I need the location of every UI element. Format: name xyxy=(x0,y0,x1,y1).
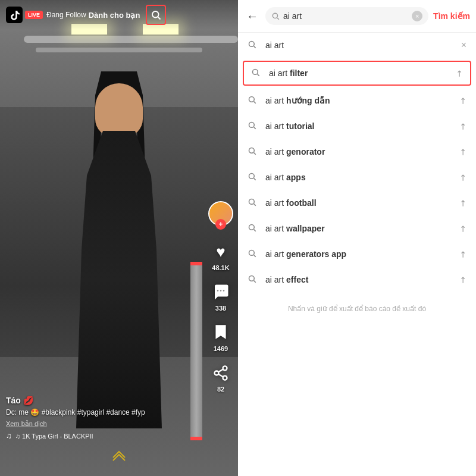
svg-line-13 xyxy=(254,102,256,104)
svg-line-23 xyxy=(254,230,256,231)
share-button[interactable]: 82 xyxy=(209,362,232,393)
svg-line-21 xyxy=(254,204,256,206)
search-submit-button[interactable]: Tìm kiếm xyxy=(433,11,470,21)
video-description: Dc: me 🤩 #blackpink #typagirl #dance #fy… xyxy=(6,408,202,418)
tiktok-logo-icon xyxy=(6,7,23,23)
search-results-list: ai art × ai art filter ↗ ai art hướn xyxy=(238,33,476,293)
search-result-text: ai art football xyxy=(265,198,459,208)
footer-note: Nhấn và giữ để xuất để báo cáo đề xuất đ… xyxy=(238,293,476,325)
close-result-icon[interactable]: × xyxy=(461,40,466,51)
svg-rect-0 xyxy=(6,7,23,23)
search-result-text: ai art apps xyxy=(265,173,459,182)
svg-point-26 xyxy=(249,276,255,281)
music-text: ♫ 1K Typa Girl - BLACKPII xyxy=(15,433,93,440)
search-result-text: ai art tutorial xyxy=(265,121,459,131)
bookmark-button[interactable]: 1469 xyxy=(209,321,232,352)
heart-icon: ♥ xyxy=(209,240,232,263)
comment-icon xyxy=(209,281,232,303)
svg-point-4 xyxy=(220,290,222,292)
person-head xyxy=(95,83,143,137)
svg-point-5 xyxy=(223,290,225,292)
search-bar-icon xyxy=(271,12,280,20)
like-button[interactable]: ♥ 48.1K xyxy=(209,240,232,271)
share-count: 82 xyxy=(217,386,224,393)
svg-line-15 xyxy=(254,127,256,129)
person-body xyxy=(65,131,173,428)
danh-cho-ban-tab[interactable]: Dành cho bạn xyxy=(89,11,140,20)
svg-line-9 xyxy=(254,46,256,48)
comment-button[interactable]: 338 xyxy=(209,281,232,312)
svg-line-11 xyxy=(258,74,259,76)
svg-point-12 xyxy=(249,97,255,102)
search-result-text: ai art effect xyxy=(265,275,459,284)
search-result-icon xyxy=(248,95,259,106)
svg-point-18 xyxy=(249,174,255,179)
search-result-text: ai art xyxy=(265,40,461,50)
like-count: 48.1K xyxy=(212,264,229,271)
svg-line-25 xyxy=(254,255,256,257)
search-result-item[interactable]: ai art genorator ↗ xyxy=(238,139,476,165)
search-result-text: ai art generators app xyxy=(265,249,459,259)
search-result-item[interactable]: ai art effect ↗ xyxy=(238,267,476,293)
back-button[interactable]: ← xyxy=(244,8,261,24)
music-info[interactable]: ♫ ♫ 1K Typa Girl - BLACKPII xyxy=(6,431,202,440)
svg-line-17 xyxy=(254,153,256,155)
svg-point-14 xyxy=(249,123,255,128)
creator-avatar-container: + xyxy=(208,201,233,226)
video-info: Táo 💋 Dc: me 🤩 #blackpink #typagirl #dan… xyxy=(6,396,202,440)
svg-point-8 xyxy=(249,42,255,47)
search-result-item-highlighted[interactable]: ai art filter ↗ xyxy=(243,61,471,86)
svg-point-16 xyxy=(249,148,255,154)
search-result-item[interactable]: ai art football ↗ xyxy=(238,190,476,216)
search-result-icon xyxy=(248,223,259,234)
search-header: ← ai art × Tìm kiếm xyxy=(238,0,476,33)
bookmark-icon xyxy=(209,321,232,344)
search-result-icon xyxy=(248,146,259,157)
search-input[interactable]: ai art xyxy=(283,11,408,21)
dang-follow-text[interactable]: Đang Follow xyxy=(46,11,86,19)
live-badge: LIVE xyxy=(25,11,43,19)
search-result-item[interactable]: ai art hướng dẫn ↗ xyxy=(238,88,476,114)
svg-line-27 xyxy=(254,281,256,283)
search-result-text: ai art genorator xyxy=(265,147,459,156)
search-result-icon xyxy=(248,121,259,131)
search-result-item[interactable]: ai art tutorial ↗ xyxy=(238,114,476,139)
music-note-icon: ♫ xyxy=(6,431,12,440)
search-result-item[interactable]: ai art wallpaper ↗ xyxy=(238,216,476,242)
search-result-icon xyxy=(248,172,259,183)
search-result-text: ai art hướng dẫn xyxy=(265,96,459,105)
search-result-item[interactable]: ai art apps ↗ xyxy=(238,165,476,190)
search-bar[interactable]: ai art × xyxy=(265,7,428,25)
search-result-icon xyxy=(248,198,259,208)
pipe-decoration-1 xyxy=(24,36,238,43)
search-result-icon xyxy=(248,249,259,259)
share-icon xyxy=(209,362,232,384)
follow-plus-button[interactable]: + xyxy=(215,219,226,230)
pipe-decoration-2 xyxy=(36,48,202,52)
svg-point-20 xyxy=(249,199,255,205)
search-result-icon xyxy=(248,274,259,285)
bookmark-count: 1469 xyxy=(214,345,228,352)
svg-point-24 xyxy=(249,250,255,256)
svg-line-2 xyxy=(158,17,161,20)
search-result-text: ai art filter xyxy=(269,68,456,78)
scroll-indicator xyxy=(110,449,128,464)
search-panel: ← ai art × Tìm kiếm ai art × xyxy=(238,0,476,476)
svg-point-1 xyxy=(152,11,159,18)
svg-point-22 xyxy=(249,225,255,230)
translate-link[interactable]: Xem bản dịch xyxy=(6,420,202,428)
action-buttons: + ♥ 48.1K 338 xyxy=(208,201,233,393)
search-result-icon xyxy=(251,68,263,79)
search-result-item[interactable]: ai art × xyxy=(238,33,476,58)
tiktok-header: LIVE Đang Follow Dành cho bạn xyxy=(0,0,238,30)
person-figure xyxy=(65,131,173,428)
svg-point-3 xyxy=(217,290,219,292)
svg-point-10 xyxy=(253,70,258,75)
clear-search-button[interactable]: × xyxy=(412,11,422,21)
svg-line-7 xyxy=(277,18,279,20)
search-button-header[interactable] xyxy=(146,5,166,25)
search-result-item[interactable]: ai art generators app ↗ xyxy=(238,242,476,267)
svg-line-19 xyxy=(254,178,256,180)
video-panel: LIVE Đang Follow Dành cho bạn + ♥ 48.1K xyxy=(0,0,238,476)
creator-username[interactable]: Táo 💋 xyxy=(6,396,202,405)
